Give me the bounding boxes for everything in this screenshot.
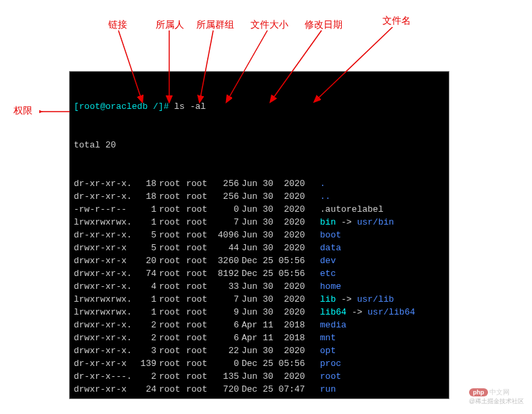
list-item: drwxr-xr-x.4rootroot33Jun 30 2020 home	[74, 280, 445, 293]
ann-perm: 权限	[14, 105, 32, 117]
list-item: drwxr-xr-x.3rootroot22Jun 30 2020 opt	[74, 344, 445, 357]
ann-filename: 文件名	[382, 15, 411, 27]
list-item: dr-xr-x---.2rootroot135Jun 30 2020 root	[74, 370, 445, 383]
list-item: lrwxrwxrwx.1rootroot8Jun 30 2020 sbin ->…	[74, 396, 445, 399]
list-item: lrwxrwxrwx.1rootroot9Jun 30 2020 lib64 -…	[74, 306, 445, 319]
list-item: dr-xr-xr-x.18rootroot256Jun 30 2020 ..	[74, 190, 445, 203]
svg-line-0	[118, 30, 142, 101]
list-item: lrwxrwxrwx.1rootroot7Jun 30 2020 bin -> …	[74, 216, 445, 229]
list-item: dr-xr-xr-x139rootroot0Dec 25 05:56 proc	[74, 357, 445, 370]
list-item: drwxr-xr-x24rootroot720Dec 25 07:47 run	[74, 383, 445, 396]
list-item: -rw-r--r--1rootroot0Jun 30 2020 .autorel…	[74, 203, 445, 216]
column-annotations: 链接 所属人 所属群组 文件大小 修改日期 文件名	[0, 0, 532, 78]
list-item: drwxr-xr-x20rootroot3260Dec 25 05:56 dev	[74, 254, 445, 267]
arrow-svg	[68, 27, 406, 108]
list-item: dr-xr-xr-x.18rootroot256Jun 30 2020 .	[74, 177, 445, 190]
total-line: total 20	[74, 139, 445, 152]
list-item: dr-xr-xr-x.5rootroot4096Jun 30 2020 boot	[74, 229, 445, 242]
list-item: drwxr-xr-x.2rootroot6Apr 11 2018 mnt	[74, 331, 445, 344]
svg-line-2	[200, 30, 213, 101]
terminal-output: [root@oracledb /]# ls -al total 20 dr-xr…	[69, 71, 449, 399]
watermark: php中文网 @稀土掘金技术社区	[469, 388, 524, 406]
svg-line-4	[271, 30, 322, 101]
list-item: drwxr-xr-x5rootroot44Jun 30 2020 data	[74, 242, 445, 254]
list-item: lrwxrwxrwx.1rootroot7Jun 30 2020 lib -> …	[74, 293, 445, 306]
svg-line-5	[315, 27, 393, 101]
list-item: drwxr-xr-x.74rootroot8192Dec 25 05:56 et…	[74, 267, 445, 280]
svg-line-3	[227, 30, 267, 101]
watermark-text: 中文网	[489, 388, 510, 396]
file-listing: dr-xr-xr-x.18rootroot256Jun 30 2020 .dr-…	[74, 177, 445, 399]
list-item: drwxr-xr-x.2rootroot6Apr 11 2018 media	[74, 319, 445, 331]
watermark-logo: php	[469, 388, 489, 396]
arrow-perm	[39, 108, 73, 116]
watermark-sub: @稀土掘金技术社区	[469, 397, 524, 406]
